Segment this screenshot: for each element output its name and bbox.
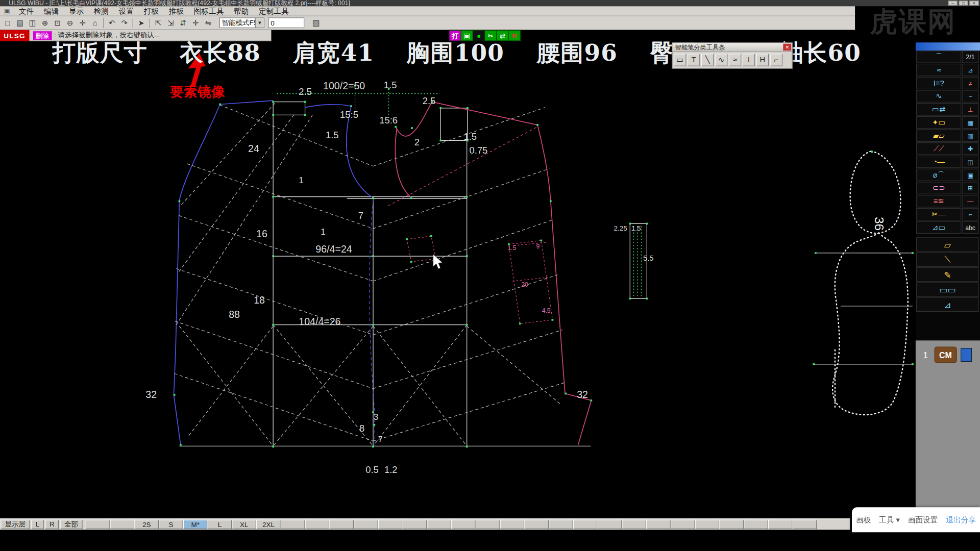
size-cell-M*[interactable]: M* bbox=[183, 520, 208, 529]
sidebar-tool-2-1[interactable]: ≠ bbox=[962, 77, 978, 89]
share-画面设置[interactable]: 画面设置 bbox=[908, 514, 938, 525]
save-icon[interactable]: ◫ bbox=[26, 17, 38, 29]
undo-icon[interactable]: ↶ bbox=[106, 17, 118, 29]
size-cell-empty-11[interactable] bbox=[354, 520, 378, 529]
sidebar-tool-6-0[interactable]: ▰▱ bbox=[916, 129, 961, 141]
zoom-in-icon[interactable]: ⊕ bbox=[39, 17, 51, 29]
sidebar-tool2-4[interactable]: ⊿ bbox=[916, 297, 978, 312]
size-cell-empty-29[interactable] bbox=[793, 520, 817, 529]
size-cell-2S[interactable]: 2S bbox=[134, 520, 159, 529]
sidebar-tool-11-1[interactable]: — bbox=[962, 195, 978, 207]
size-cell-empty-18[interactable] bbox=[524, 520, 549, 529]
size-cell-empty-20[interactable] bbox=[573, 520, 598, 529]
display-layer-button[interactable]: 显示层 bbox=[1, 520, 30, 529]
zoom-window-icon[interactable]: ⊡ bbox=[51, 17, 63, 29]
smart-pen-tool-6[interactable]: H bbox=[756, 54, 769, 66]
layer-button-全部[interactable]: 全部 bbox=[60, 520, 83, 529]
mini-tool-5[interactable]: R bbox=[509, 31, 521, 41]
sidebar-tool-4-1[interactable]: ⊥ bbox=[962, 103, 978, 115]
size-cell-empty-12[interactable] bbox=[378, 520, 403, 529]
sidebar-tool-10-0[interactable]: ⊂⊃ bbox=[916, 182, 961, 194]
sidebar-tool-1-0[interactable]: ≈ bbox=[916, 64, 961, 76]
sidebar-tool-8-1[interactable]: ◫ bbox=[962, 156, 978, 168]
size-cell-empty-15[interactable] bbox=[451, 520, 476, 529]
sidebar-tool-0-1[interactable]: 2/1 bbox=[962, 51, 978, 63]
maximize-button[interactable]: □ bbox=[959, 1, 968, 6]
mini-tool-1[interactable]: ▣ bbox=[461, 31, 473, 41]
smart-pen-tool-3[interactable]: ∿ bbox=[715, 54, 727, 66]
size-cell-2XL[interactable]: 2XL bbox=[256, 520, 281, 529]
sidebar-title-bar[interactable] bbox=[916, 42, 980, 51]
mode-select[interactable]: 智能模式F5 ▼ bbox=[219, 17, 264, 28]
size-cell-empty-27[interactable] bbox=[744, 520, 768, 529]
size-cell-empty-17[interactable] bbox=[500, 520, 525, 529]
size-cell-empty-1[interactable] bbox=[110, 520, 135, 529]
sidebar-tool-4-0[interactable]: ▭⇄ bbox=[916, 103, 961, 115]
sidebar-tool-0-0[interactable]: ⌒ bbox=[916, 51, 961, 63]
pattern-tool-2-icon[interactable]: ⇲ bbox=[164, 17, 177, 29]
sidebar-tool-10-1[interactable]: ⊞ bbox=[962, 182, 978, 194]
board-icon[interactable]: ▨ bbox=[309, 17, 323, 29]
size-cell-empty-21[interactable] bbox=[598, 520, 622, 529]
pattern-tool-3-icon[interactable]: ⇵ bbox=[177, 17, 189, 29]
size-cell-empty-14[interactable] bbox=[427, 520, 451, 529]
size-cell-empty-8[interactable] bbox=[281, 520, 305, 529]
zoom-out-icon[interactable]: ⊖ bbox=[64, 17, 76, 29]
sidebar-tool-12-1[interactable]: ⌐ bbox=[962, 208, 978, 220]
close-icon[interactable]: ✕ bbox=[783, 44, 791, 51]
menu-item-定制工具[interactable]: 定制工具 bbox=[254, 6, 293, 16]
size-cell-empty-10[interactable] bbox=[329, 520, 354, 529]
share-退出分享[interactable]: 退出分享 bbox=[946, 514, 976, 525]
layer-button-R[interactable]: R bbox=[45, 520, 59, 529]
menu-item-打板[interactable]: 打板 bbox=[139, 6, 164, 16]
menu-item-设置[interactable]: 设置 bbox=[114, 6, 139, 16]
sidebar-tool-8-0[interactable]: ◔— bbox=[916, 156, 961, 168]
menu-item-编辑[interactable]: 编辑 bbox=[39, 6, 64, 16]
menu-item-帮助[interactable]: 帮助 bbox=[229, 6, 254, 16]
cm-button[interactable]: CM bbox=[934, 347, 957, 363]
size-cell-empty-0[interactable] bbox=[86, 520, 110, 529]
size-cell-empty-23[interactable] bbox=[646, 520, 671, 529]
smart-pen-tool-4[interactable]: ≈ bbox=[729, 54, 741, 66]
zoom-fit-icon[interactable]: ⌂ bbox=[89, 17, 101, 29]
share-工具[interactable]: 工具 ▾ bbox=[879, 514, 900, 525]
size-cell-XL[interactable]: XL bbox=[232, 520, 256, 529]
size-cell-empty-24[interactable] bbox=[671, 520, 695, 529]
sidebar-tool-2-0[interactable]: I=? bbox=[916, 77, 961, 89]
size-cell-empty-25[interactable] bbox=[695, 520, 720, 529]
smart-pen-tool-0[interactable]: ▭ bbox=[674, 54, 686, 66]
size-cell-empty-26[interactable] bbox=[719, 520, 744, 529]
sidebar-tool-1-1[interactable]: ⊿ bbox=[962, 64, 978, 76]
size-cell-empty-13[interactable] bbox=[403, 520, 427, 529]
mini-tool-0[interactable]: 打 bbox=[449, 31, 461, 41]
smart-pen-tool-5[interactable]: ⊥ bbox=[743, 54, 755, 66]
sidebar-tool-7-1[interactable]: ✚ bbox=[962, 142, 978, 155]
smart-pen-tool-1[interactable]: T bbox=[688, 54, 700, 66]
sidebar-tool2-2[interactable]: ✎ bbox=[916, 267, 978, 282]
sidebar-tool-9-0[interactable]: ⌀⌒ bbox=[916, 169, 961, 181]
sidebar-tool-5-1[interactable]: ▦ bbox=[962, 116, 978, 129]
menu-item-推板[interactable]: 推板 bbox=[164, 6, 189, 16]
mini-tool-4[interactable]: ⇄ bbox=[497, 31, 508, 41]
sidebar-tool-5-0[interactable]: ✦▭ bbox=[916, 116, 961, 129]
sidebar-tool-9-1[interactable]: ▣ bbox=[962, 169, 978, 181]
mirror-tool-icon[interactable]: ⇋ bbox=[202, 17, 214, 29]
sidebar-tool-7-0[interactable]: ⟋⟋ bbox=[916, 142, 961, 155]
pan-icon[interactable]: ✛ bbox=[76, 17, 88, 29]
menu-item-图标工具[interactable]: 图标工具 bbox=[189, 6, 229, 16]
redo-icon[interactable]: ↷ bbox=[118, 17, 130, 29]
size-cell-L[interactable]: L bbox=[208, 520, 232, 529]
delete-tool-icon[interactable]: ➤ bbox=[135, 17, 147, 29]
smart-pen-tool-2[interactable]: ╲ bbox=[701, 54, 714, 66]
cm-extra-icon[interactable] bbox=[961, 348, 972, 362]
size-cell-empty-28[interactable] bbox=[768, 520, 793, 529]
smart-pen-tool-7[interactable]: ⌐ bbox=[770, 54, 782, 66]
size-cell-empty-22[interactable] bbox=[622, 520, 646, 529]
pattern-tool-4-icon[interactable]: ✛ bbox=[189, 17, 202, 29]
sidebar-tool-13-0[interactable]: ⊿▭ bbox=[916, 221, 961, 233]
mini-tool-3[interactable]: ✂ bbox=[485, 31, 497, 41]
sidebar-tool-12-0[interactable]: ✂— bbox=[916, 208, 961, 220]
sidebar-tool-6-1[interactable]: ▥ bbox=[962, 129, 978, 141]
smart-pen-toolbar-title[interactable]: 智能笔分类工具条 ✕ bbox=[673, 43, 792, 52]
sidebar-tool-11-0[interactable]: ≡≋ bbox=[916, 195, 961, 207]
